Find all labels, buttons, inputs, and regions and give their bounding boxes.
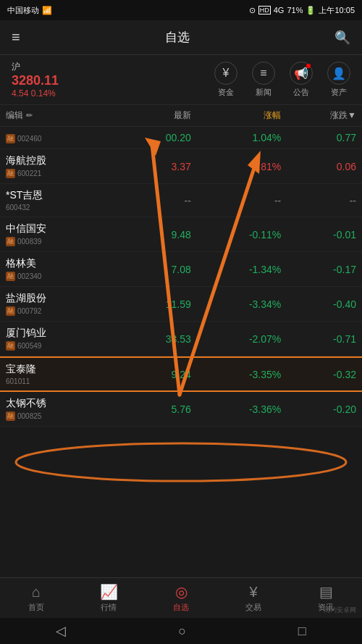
stock-code: 002460 [17,135,41,143]
stock-change-val: -0.01 [281,229,356,241]
stock-change-val: -0.40 [281,298,356,310]
stock-change-pct: -2.07% [191,333,281,345]
stock-change-val: -0.71 [281,333,356,345]
market-index[interactable]: 沪 3280.11 4.54 0.14% [12,61,59,99]
announcement-icon: 📢 [290,62,313,85]
page-title: 自选 [165,29,190,46]
location-icon: ⊙ [249,6,256,15]
announcement-label: 公告 [293,87,309,98]
battery-icon: 🔋 [306,6,316,15]
signal-label: 4G [274,6,285,14]
margin-badge: 融 [6,237,15,246]
stock-change-pct: -3.36% [191,403,281,415]
stock-name: 盐湖股份 [6,292,116,305]
nav-item-自选[interactable]: ◎ 自选 [145,583,217,613]
stock-name: 厦门钨业 [6,327,116,340]
nav-item-首页[interactable]: ⌂ 首页 [0,584,72,613]
back-button[interactable]: ◁ [56,623,66,639]
stock-latest: 9.24 [116,369,191,380]
margin-badge: 融 [6,169,15,178]
stock-latest: 33.53 [116,333,191,345]
stock-code-row: 融 002340 [6,272,116,281]
stock-code-row: 融 000839 [6,237,116,246]
news-button[interactable]: ≡ 新闻 [252,62,275,98]
stock-name-col: 宝泰隆 601011 [6,363,116,385]
nav-icon-自选: ◎ [175,583,188,601]
stock-row[interactable]: 海航控股 融 600221 3.37 1.81% 0.06 [0,149,362,184]
home-button[interactable]: ○ [178,624,186,639]
nav-label-交易: 交易 [245,602,261,613]
recents-button[interactable]: □ [298,624,306,639]
status-right: ⊙ HD 4G 71% 🔋 上午10:05 [249,5,355,16]
stock-code-row: 融 000792 [6,306,116,316]
stock-code-row: 600432 [6,204,116,212]
stock-row[interactable]: 中信国安 融 000839 9.48 -0.11% -0.01 [0,217,362,252]
carrier-label: 中国移动 [7,5,39,16]
stock-latest: 11.59 [116,298,191,310]
stock-name-col: 海航控股 融 600221 [6,154,116,178]
stock-latest: -- [116,195,191,206]
stock-list: 融 002460 00.20 1.04% 0.77 海航控股 融 600221 … [0,127,362,427]
stock-change-pct: -- [191,195,281,206]
assets-button[interactable]: 👤 资产 [327,62,350,98]
stock-name-col: *ST吉恩 600432 [6,189,116,212]
menu-button[interactable]: ≡ [12,29,20,46]
stock-code: 000839 [17,238,41,246]
stock-row[interactable]: 宝泰隆 601011 9.24 -3.35% -0.32 [0,356,362,392]
stock-row[interactable]: 融 002460 00.20 1.04% 0.77 [0,127,362,149]
bottom-nav: ⌂ 首页 📈 行情 ◎ 自选 ¥ 交易 ▤ 资讯 [0,577,362,618]
stock-change-val: -0.17 [281,264,356,275]
nav-icon-行情: 📈 [100,583,118,601]
stock-code: 600432 [6,204,30,212]
notification-dot [306,64,311,68]
stock-name: 宝泰隆 [6,363,116,376]
nav-item-交易[interactable]: ¥ 交易 [217,584,290,613]
stock-name: 海航控股 [6,154,116,167]
news-label: 新闻 [256,87,272,98]
margin-badge: 融 [6,411,15,421]
stock-code-row: 融 002460 [6,134,116,143]
stock-name-col: 太钢不锈 融 000825 [6,397,116,421]
stock-code-row: 融 600549 [6,341,116,351]
stock-row[interactable]: 厦门钨业 融 600549 33.53 -2.07% -0.71 [0,322,362,356]
col-change-pct-header[interactable]: 涨幅 [191,109,281,122]
stock-code: 000825 [17,412,41,420]
col-name-header: 编辑 ✏ [6,109,116,122]
status-bar: 中国移动 📶 ⊙ HD 4G 71% 🔋 上午10:05 [0,0,362,20]
status-left: 中国移动 📶 [7,5,52,16]
stock-latest: 5.76 [116,403,191,415]
col-change-val-header: 涨跌▼ [281,109,356,122]
top-info-bar: 沪 3280.11 4.54 0.14% ¥ 资金 ≡ 新闻 📢 公告 👤 资产 [0,55,362,105]
edit-icon[interactable]: ✏ [26,111,33,120]
quick-actions: ¥ 资金 ≡ 新闻 📢 公告 👤 资产 [214,62,350,98]
margin-badge: 融 [6,134,15,143]
watermark: 簡约安卓网 [324,606,356,615]
funds-icon: ¥ [214,62,237,85]
stock-name: 格林美 [6,257,116,270]
stock-row[interactable]: *ST吉恩 600432 -- -- -- [0,184,362,217]
stock-code-row: 融 000825 [6,411,116,421]
stock-change-val: -- [281,195,356,206]
stock-latest: 3.37 [116,161,191,172]
stock-row[interactable]: 格林美 融 002340 7.08 -1.34% -0.17 [0,252,362,287]
stock-name: 太钢不锈 [6,397,116,410]
search-button[interactable]: 🔍 [334,30,350,46]
announcement-button[interactable]: 📢 公告 [290,62,313,98]
nav-item-行情[interactable]: 📈 行情 [72,583,145,613]
stock-latest: 9.48 [116,229,191,241]
stock-change-val: -0.32 [281,369,356,380]
stock-name-col: 盐湖股份 融 000792 [6,292,116,316]
app-header: ≡ 自选 🔍 [0,20,362,55]
margin-badge: 融 [6,272,15,281]
nav-label-行情: 行情 [101,602,117,613]
funds-button[interactable]: ¥ 资金 [214,62,237,98]
index-name: 沪 [12,61,59,73]
stock-row[interactable]: 太钢不锈 融 000825 5.76 -3.36% -0.20 [0,392,362,427]
stock-code: 600221 [17,170,41,177]
stock-change-val: 0.06 [281,161,356,172]
stock-row[interactable]: 盐湖股份 融 000792 11.59 -3.34% -0.40 [0,287,362,322]
funds-label: 资金 [218,87,234,98]
stock-code-row: 601011 [6,377,116,385]
nav-icon-交易: ¥ [249,584,257,601]
stock-change-val: -0.20 [281,403,356,415]
